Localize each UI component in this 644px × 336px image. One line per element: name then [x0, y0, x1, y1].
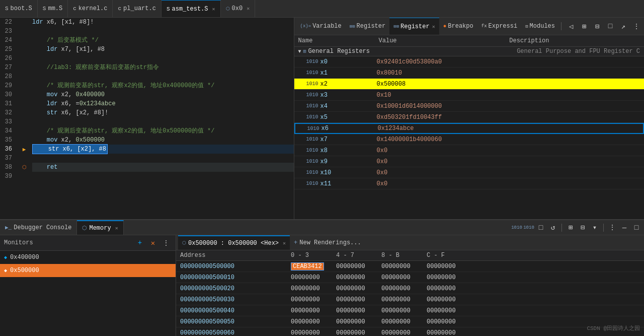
bottom-area: ▶_ Debugger Console ⬡ Memory ✕ 1010 1010… [0, 219, 644, 336]
col-desc-header: Description [509, 37, 640, 44]
watermark-text: CSDN @田园诗人之园 [587, 325, 640, 331]
gutter-34 [20, 126, 28, 136]
gutter-26 [20, 54, 28, 63]
reg-row-x9[interactable]: 1010 x9 0x0 [294, 156, 644, 167]
tab-register2-close[interactable]: ✕ [432, 24, 435, 30]
reg-row-x2[interactable]: 1010 x2 0x500008 [294, 79, 644, 90]
monitor-more-btn[interactable]: ⋮ [160, 237, 172, 248]
gutter-39 [20, 172, 28, 181]
layout-view-btn[interactable]: ⊞ [565, 222, 576, 233]
mem-val-6-c_f: 00000000 [427, 329, 472, 337]
col-4-7-header: 4 - 7 [336, 252, 381, 259]
tab-memory-close[interactable]: ✕ [115, 225, 118, 231]
bits-icon: 1010 [306, 148, 318, 153]
tab-hex-close-icon[interactable]: ✕ [247, 6, 250, 12]
reg-row-x1[interactable]: 1010 x1 0x80010 [294, 68, 644, 79]
terminal-icon: ▶_ [5, 224, 12, 231]
mem-row-6: 000000000500060 00000000 00000000 000000… [176, 327, 644, 336]
remove-monitor-btn[interactable]: ✕ [147, 237, 158, 248]
gutter-36-arrow: ▶ [20, 145, 28, 154]
monitor-item-0x500000[interactable]: ◆ 0x500000 [0, 264, 176, 277]
reg-row-x0[interactable]: 1010 x0 0x92401c00d53800a0 [294, 56, 644, 68]
bits-icon: 1010 [306, 92, 318, 98]
code-line-28 [32, 72, 294, 81]
layout-btn[interactable]: ⊞ [579, 21, 590, 32]
tab-hex-view[interactable]: ⬡ 0x500000 : 0x500000 <Hex> ✕ [178, 235, 290, 250]
collapse-all-btn[interactable]: ⊟ [577, 222, 588, 233]
tab-hex[interactable]: ⬡ 0x0 ✕ [221, 0, 256, 17]
more-btn[interactable]: ⋮ [631, 21, 642, 32]
maximize-btn[interactable]: □ [631, 222, 642, 233]
reg-row-x10[interactable]: 1010 x10 0x0 [294, 167, 644, 178]
reg-x8-name: x8 [320, 147, 328, 154]
mem-val-2-4_7: 00000000 [336, 285, 381, 292]
reg-x11-name: x11 [320, 180, 332, 187]
line-num-38: 38 [0, 163, 16, 172]
tab-memory[interactable]: ⬡ Memory ✕ [77, 220, 123, 235]
mem-val-6-4_7: 00000000 [336, 329, 381, 337]
col-c-f-header: C - F [427, 252, 472, 259]
mem-val-1-0_3: 00000000 [291, 274, 336, 281]
tab-asm-test[interactable]: S asm_test.S ✕ [162, 0, 221, 17]
tab-register1[interactable]: ⊞⊞ Register [346, 18, 389, 35]
reg-row-x8[interactable]: 1010 x8 0x0 [294, 145, 644, 156]
tab-boot[interactable]: S boot.S [0, 0, 38, 17]
reg-name-x10: 1010 x10 [306, 169, 377, 176]
reg-row-x6[interactable]: 1010 x6 0x1234abce [294, 123, 644, 134]
reg-row-x4[interactable]: 1010 x4 0x10001d6014000000 [294, 101, 644, 112]
new-renderings-label: New Renderings... [299, 239, 361, 246]
tab-kernel[interactable]: c kernel.c [68, 0, 113, 17]
reg-group-general[interactable]: ▼ ⊞ General Registers General Purpose an… [294, 47, 644, 56]
bits-btn2[interactable]: 1010 [523, 222, 534, 233]
restore-btn[interactable]: ◁ [566, 21, 577, 32]
code-line-35: mov x2, 0x500000 [32, 136, 294, 145]
reg-row-x3[interactable]: 1010 x3 0x10 [294, 90, 644, 101]
memory-table-body[interactable]: 000000000500000 CEAB3412 00000000 000000… [176, 261, 644, 336]
expand2-btn[interactable]: ↗ [618, 21, 629, 32]
code-line-34: /* 观测后变基的str, 观察x2的值, 地址0x500000的值 */ [32, 126, 294, 136]
col-8-b-header: 8 - B [381, 252, 427, 259]
mem-val-5-0_3: 00000000 [291, 318, 336, 325]
reg-row-x11[interactable]: 1010 x11 0x0 [294, 178, 644, 189]
separator3 [603, 224, 604, 232]
reg-row-x5[interactable]: 1010 x5 0xd503201fd10043ff [294, 112, 644, 123]
mem-val-2-0_3: 00000000 [291, 285, 336, 292]
gutter-27 [20, 63, 28, 72]
refresh-view-btn[interactable]: ↺ [547, 222, 558, 233]
collapse-view-btn[interactable]: □ [535, 222, 546, 233]
tab-register2[interactable]: ⊞⊞ Register ✕ [389, 18, 439, 35]
mem-val-6-8_b: 00000000 [381, 329, 427, 337]
add-monitor-btn[interactable]: + [134, 237, 145, 248]
monitor-item-0x400000[interactable]: ◆ 0x400000 [0, 251, 176, 264]
mem-val-1-8_b: 00000000 [381, 274, 427, 281]
tab-new-renderings[interactable]: + New Renderings... [290, 235, 365, 250]
tab-debugger-console[interactable]: ▶_ Debugger Console [0, 220, 77, 235]
reg-x0-value: 0x92401c00d53800a0 [377, 58, 640, 65]
gutter-25 [20, 45, 28, 54]
tab-expressi[interactable]: fx Expressi [477, 18, 521, 35]
reg-row-x7[interactable]: 1010 x7 0x14000001b4000060 [294, 134, 644, 145]
more-bottom-btn[interactable]: ⋮ [607, 222, 618, 233]
tab-pl-uart[interactable]: c pl_uart.c [113, 0, 161, 17]
mem-row-1: 000000000500010 00000000 00000000 000000… [176, 272, 644, 283]
tab-breakpo[interactable]: ● Breakpo [439, 18, 477, 35]
mem-val-6-0_3: 00000000 [291, 329, 336, 337]
line-num-34: 34 [0, 126, 16, 136]
collapse-btn[interactable]: ⊟ [592, 21, 603, 32]
monitors-title: Monitors [4, 239, 33, 246]
tab-mm[interactable]: S mm.S [38, 0, 68, 17]
debugger-console-label: Debugger Console [14, 224, 71, 231]
reg-x3-name: x3 [320, 92, 328, 99]
gutter-33 [20, 117, 28, 126]
minimize-btn[interactable]: — [619, 222, 630, 233]
tab-variable[interactable]: (x)= Variable [296, 18, 346, 35]
bits-btn1[interactable]: 1010 [511, 222, 522, 233]
expand-icon-btn[interactable]: □ [605, 21, 616, 32]
reg-x0-name: x0 [320, 58, 328, 65]
tab-close-icon[interactable]: ✕ [212, 6, 215, 12]
s-icon: S [43, 6, 46, 12]
gutter-28 [20, 72, 28, 81]
dropdown-btn[interactable]: ▾ [589, 222, 600, 233]
tab-modules[interactable]: ⊡ Modules [521, 18, 559, 35]
tab-hex-view-close[interactable]: ✕ [283, 240, 286, 246]
